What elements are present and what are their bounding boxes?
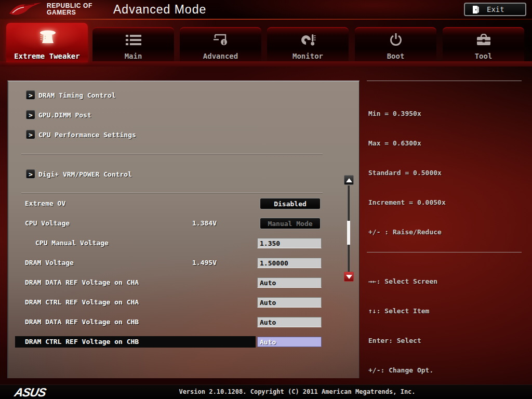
tab-label: Boot [355,52,436,60]
tab-monitor[interactable]: Monitor [267,27,349,61]
row-dram-data-ref-cha[interactable]: DRAM DATA REF Voltage on CHA [8,277,351,288]
separator [21,154,323,155]
brand-text: REPUBLIC OF GAMERS [47,3,92,16]
setting-label: DRAM DATA REF Voltage on CHB [25,318,139,326]
exit-button[interactable]: Exit [464,3,526,16]
setting-label: DRAM DATA REF Voltage on CHA [25,278,139,286]
brand-line2: GAMERS [47,9,92,16]
info-divider [367,81,522,81]
settings-panel: > DRAM Timing Control > GPU.DIMM Post > … [7,81,360,378]
dram-voltage-input[interactable] [257,258,322,268]
row-cpu-voltage[interactable]: CPU Voltage 1.384V Manual Mode [8,218,351,229]
setting-label: CPU Voltage [25,219,70,227]
rog-logo [8,1,43,18]
cpu-voltage-mode-dropdown[interactable]: Manual Mode [260,218,321,229]
info-panel: Min = 0.3950x Max = 0.6300x Standard = 0… [368,89,524,257]
dram-data-ref-chb-input[interactable] [257,317,322,327]
tab-label: Tool [443,52,524,60]
setting-reading: 1.384V [192,219,217,227]
submenu-label: GPU.DIMM Post [38,111,91,119]
setting-label: DRAM Voltage [25,259,74,267]
help-line: +/-: Change Opt. [368,365,524,375]
submenu-label: CPU Performance Settings [38,131,136,139]
dram-ctrl-ref-cha-input[interactable] [257,297,322,308]
tab-label: Main [92,52,174,60]
scroll-down-icon [346,275,352,279]
key-help-panel: →←: Select Screen ↑↓: Select Item Enter:… [368,257,524,399]
dram-ctrl-ref-chb-input[interactable] [257,337,322,347]
tool-toolbox-icon [443,32,524,48]
tab-bar: Extreme Tweaker Main [0,20,532,66]
submenu-label: DRAM Timing Control [38,91,116,99]
tab-extreme-tweaker[interactable]: Extreme Tweaker [6,23,88,62]
tab-tool[interactable]: Tool [443,27,524,61]
tab-boot[interactable]: Boot [355,27,436,61]
setting-label: DRAM CTRL REF Voltage on CHA [25,298,139,306]
tab-advanced[interactable]: Advanced [180,27,261,61]
info-line: Max = 0.6300x [368,138,524,148]
scroll-down-button[interactable] [344,272,354,282]
submenu-arrow-icon: > [26,169,35,179]
scroll-thumb[interactable] [347,221,350,245]
scrollbar [343,175,354,284]
tab-label: Monitor [267,52,349,60]
submenu-dram-timing-control[interactable]: > DRAM Timing Control [26,90,116,100]
help-line: →←: Select Screen [368,276,524,286]
separator [21,192,323,193]
tab-main[interactable]: Main [92,27,174,61]
setting-label: CPU Manual Voltage [35,239,109,247]
setting-label: Extreme OV [25,200,65,207]
row-dram-voltage[interactable]: DRAM Voltage 1.495V [8,257,351,269]
tab-label: Advanced [180,52,261,60]
submenu-arrow-icon: > [26,110,35,119]
submenu-arrow-icon: > [26,130,35,139]
page-title: Advanced Mode [113,3,206,17]
extreme-tweaker-icon [6,28,88,47]
monitor-gauge-icon [267,32,349,48]
info-line: Min = 0.3950x [368,109,524,118]
setting-reading: 1.495V [192,259,217,267]
row-dram-ctrl-ref-chb[interactable]: DRAM CTRL REF Voltage on CHB [8,336,351,348]
info-line: Standard = 0.5000x [368,168,524,178]
scroll-up-icon [346,178,352,182]
cpu-manual-voltage-input[interactable] [257,238,322,248]
submenu-cpu-performance-settings[interactable]: > CPU Performance Settings [26,129,136,140]
advanced-info-icon [180,32,261,48]
main-list-icon [92,32,174,48]
exit-label: Exit [487,5,504,14]
tab-label: Extreme Tweaker [6,52,88,60]
submenu-digi-vrm-power-control[interactable]: > Digi+ VRM/POWER Control [26,169,132,179]
submenu-arrow-icon: > [26,90,35,100]
dram-data-ref-cha-input[interactable] [257,277,322,288]
help-divider [367,252,522,252]
help-line: Enter: Select [368,336,524,345]
info-line: Increment = 0.0050x [368,197,524,207]
row-dram-ctrl-ref-cha[interactable]: DRAM CTRL REF Voltage on CHA [8,297,351,308]
info-line: +/- : Raise/Reduce [368,227,524,237]
row-cpu-manual-voltage[interactable]: CPU Manual Voltage [8,237,351,249]
scroll-up-button[interactable] [344,175,354,185]
row-extreme-ov[interactable]: Extreme OV Disabled [8,198,351,209]
row-dram-data-ref-chb[interactable]: DRAM DATA REF Voltage on CHB [8,316,351,328]
bios-screen: REPUBLIC OF GAMERS Advanced Mode Exit [0,0,532,399]
top-bar: REPUBLIC OF GAMERS Advanced Mode Exit [0,0,532,19]
version-text: Version 2.10.1208. Copyright (C) 2011 Am… [0,388,532,395]
setting-label: DRAM CTRL REF Voltage on CHB [25,338,139,345]
help-line: ↑↓: Select Item [368,306,524,316]
extreme-ov-dropdown[interactable]: Disabled [260,198,321,209]
boot-power-icon [355,32,436,48]
submenu-label: Digi+ VRM/POWER Control [38,170,132,178]
submenu-gpu-dimm-post[interactable]: > GPU.DIMM Post [26,110,91,120]
exit-door-icon [472,5,480,14]
